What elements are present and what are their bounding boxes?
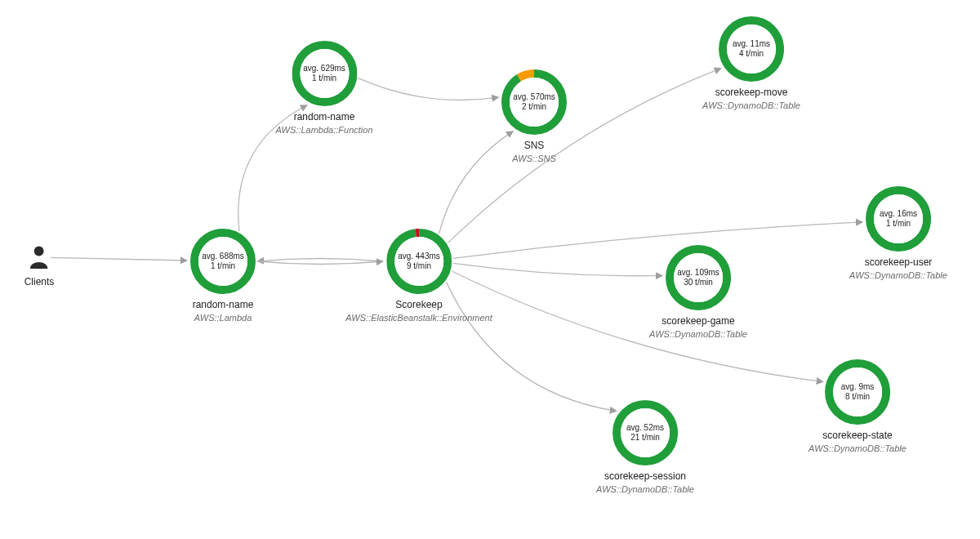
node-throughput: 8 t/min [845,392,870,403]
node-name: scorekeep-game [649,315,747,327]
node-metrics: avg. 629ms 1 t/min [300,49,349,98]
node-name: random-name [190,299,256,310]
edge [51,257,187,261]
service-node-sns[interactable]: avg. 570ms 2 t/min SNS AWS::SNS [501,69,567,163]
node-type: AWS::SNS [501,154,567,163]
node-latency: avg. 570ms [513,92,555,103]
health-ring: avg. 688ms 1 t/min [190,229,256,294]
edge [452,271,823,381]
service-node-skUser[interactable]: avg. 16ms 1 t/min scorekeep-user AWS::Dy… [849,186,947,280]
node-type: AWS::DynamoDB::Table [649,329,747,339]
node-type: AWS::ElasticBeanstalk::Environment [345,313,492,323]
node-metrics: avg. 9ms 8 t/min [833,368,882,416]
health-ring: avg. 16ms 1 t/min [866,186,931,252]
node-name: random-name [275,111,372,122]
node-metrics: avg. 16ms 1 t/min [874,194,923,243]
node-metrics: avg. 52ms 21 t/min [621,408,670,457]
health-ring: avg. 570ms 2 t/min [501,69,567,135]
node-metrics: avg. 688ms 1 t/min [198,237,247,286]
node-name: scorekeep-session [596,470,694,482]
node-metrics: avg. 443ms 9 t/min [394,237,443,286]
node-latency: avg. 629ms [303,64,345,74]
service-node-scorekeep[interactable]: avg. 443ms 9 t/min Scorekeep AWS::Elasti… [345,229,492,323]
node-name: scorekeep-user [849,256,947,268]
health-ring: avg. 443ms 9 t/min [386,229,452,294]
node-throughput: 21 t/min [630,433,660,443]
svg-point-0 [34,247,44,256]
edge [448,69,721,243]
health-ring: avg. 109ms 30 t/min [666,245,731,310]
node-type: AWS::DynamoDB::Table [849,270,947,280]
node-throughput: 1 t/min [312,74,336,84]
node-latency: avg. 52ms [626,423,664,434]
service-node-skGame[interactable]: avg. 109ms 30 t/min scorekeep-game AWS::… [649,245,747,339]
node-metrics: avg. 570ms 2 t/min [510,78,559,127]
health-ring: avg. 9ms 8 t/min [825,359,890,425]
node-latency: avg. 11ms [733,39,770,50]
service-node-skState[interactable]: avg. 9ms 8 t/min scorekeep-state AWS::Dy… [808,359,906,453]
client-node[interactable]: Clients [24,245,55,287]
health-ring: avg. 629ms 1 t/min [292,41,357,106]
node-throughput: 2 t/min [522,102,546,113]
node-latency: avg. 9ms [841,382,875,393]
health-ring: avg. 52ms 21 t/min [612,400,678,466]
node-throughput: 4 t/min [739,49,764,60]
client-label: Clients [24,276,55,287]
node-type: AWS::DynamoDB::Table [702,100,800,110]
service-node-skSession[interactable]: avg. 52ms 21 t/min scorekeep-session AWS… [596,400,694,494]
node-latency: avg. 443ms [398,252,440,262]
node-throughput: 1 t/min [211,261,235,272]
service-node-randomNameLambda[interactable]: avg. 688ms 1 t/min random-name AWS::Lamb… [190,229,256,323]
node-throughput: 1 t/min [886,219,911,229]
node-type: AWS::DynamoDB::Table [808,443,906,453]
node-latency: avg. 688ms [202,252,244,262]
user-icon [29,245,50,270]
node-throughput: 9 t/min [407,261,431,272]
health-ring: avg. 11ms 4 t/min [719,16,784,82]
node-name: scorekeep-move [702,87,800,98]
node-name: scorekeep-state [808,430,906,441]
node-type: AWS::Lambda [190,313,256,323]
service-map-canvas[interactable]: Clients avg. 688ms 1 t/min random-name A… [0,0,980,539]
node-type: AWS::DynamoDB::Table [596,484,694,494]
node-latency: avg. 109ms [677,268,719,278]
edge [359,78,499,100]
service-node-randomNameFn[interactable]: avg. 629ms 1 t/min random-name AWS::Lamb… [275,41,372,135]
node-type: AWS::Lambda::Function [275,125,372,135]
service-node-skMove[interactable]: avg. 11ms 4 t/min scorekeep-move AWS::Dy… [702,16,800,110]
node-name: SNS [501,140,567,151]
node-name: Scorekeep [345,299,492,310]
node-metrics: avg. 11ms 4 t/min [727,24,776,74]
node-throughput: 30 t/min [684,278,713,288]
node-metrics: avg. 109ms 30 t/min [674,253,723,302]
node-latency: avg. 16ms [880,209,917,220]
